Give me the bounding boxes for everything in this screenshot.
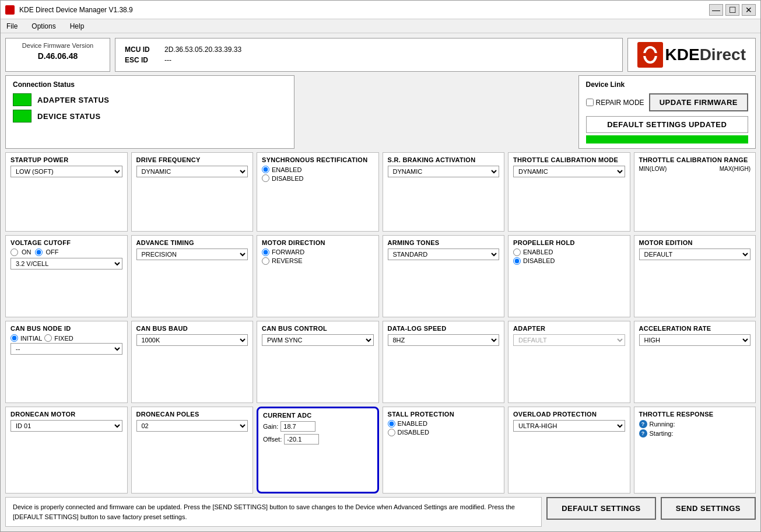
- acceleration-rate-dropdown[interactable]: HIGH MEDIUM LOW: [639, 334, 751, 346]
- data-log-speed-title: DATA-LOG SPEED: [388, 325, 500, 332]
- sync-rect-enabled-radio[interactable]: [262, 166, 269, 173]
- motor-edition-dropdown[interactable]: DEFAULT NAVIGATOR: [639, 249, 751, 260]
- advance-timing-dropdown[interactable]: PRECISION MODERATE AGGRESSIVE: [136, 249, 248, 260]
- data-log-speed-dropdown[interactable]: 8HZ 50HZ 100HZ: [388, 334, 500, 346]
- throttle-cal-mode-dropdown[interactable]: DYNAMIC MANUAL: [513, 166, 625, 177]
- mcu-box: MCU ID 2D.36.53.05.20.33.39.33 ESC ID --…: [115, 38, 623, 72]
- stall-protection-disabled-label: DISABLED: [398, 429, 429, 436]
- adc-offset-input[interactable]: [284, 434, 319, 444]
- repair-mode-checkbox[interactable]: [586, 99, 594, 106]
- menu-bar: File Options Help: [1, 19, 760, 33]
- throttle-response-starting-label: Starting:: [650, 430, 674, 437]
- setting-startup-power: STARTUP POWER LOW (SOFT) MEDIUM HIGH: [5, 152, 128, 232]
- can-bus-control-dropdown[interactable]: PWM SYNC DRONECAN SERIAL: [262, 334, 374, 346]
- propeller-hold-disabled-label: DISABLED: [523, 257, 555, 264]
- mcu-id-value: 2D.36.53.05.20.33.39.33: [164, 46, 241, 54]
- setting-drive-frequency: DRIVE FREQUENCY DYNAMIC 16KHZ 24KHZ 32KH…: [131, 152, 254, 232]
- close-button[interactable]: ✕: [742, 4, 756, 16]
- stall-protection-enabled-label: ENABLED: [398, 420, 427, 427]
- minimize-button[interactable]: —: [709, 4, 723, 16]
- stall-protection-enabled-radio[interactable]: [388, 420, 395, 428]
- adc-gain-label: Gain:: [263, 423, 278, 430]
- device-led: [13, 110, 31, 123]
- firmware-label: Device Firmware Version: [13, 42, 103, 49]
- setting-propeller-hold: PROPELLER HOLD ENABLED DISABLED: [508, 235, 630, 318]
- can-bus-baud-dropdown[interactable]: 1000K 500K 250K: [136, 334, 248, 346]
- adc-gain-input[interactable]: [280, 421, 315, 432]
- motor-direction-forward-row: FORWARD: [262, 249, 374, 256]
- kde-red-square: [637, 42, 663, 68]
- dronecan-poles-dropdown[interactable]: 02 04: [136, 420, 248, 432]
- startup-power-title: STARTUP POWER: [10, 156, 122, 163]
- motor-direction-forward-radio[interactable]: [262, 249, 269, 256]
- menu-file[interactable]: File: [3, 21, 21, 32]
- maximize-button[interactable]: ☐: [725, 4, 739, 16]
- throttle-starting-help-icon[interactable]: ?: [639, 429, 647, 438]
- default-settings-button[interactable]: DEFAULT SETTINGS: [546, 497, 656, 520]
- bottom-section: Device is properly connected and firmwar…: [5, 497, 756, 527]
- cal-range-max: MAX(HIGH): [720, 166, 751, 172]
- dronecan-motor-dropdown[interactable]: ID 01 ID 02: [10, 420, 122, 432]
- kde-brand-text: KDE: [665, 47, 700, 63]
- device-link-title: Device Link: [586, 80, 749, 89]
- esc-id-label: ESC ID: [125, 56, 160, 64]
- motor-direction-forward-label: FORWARD: [272, 249, 304, 256]
- throttle-cal-mode-title: THROTTLE CALIBRATION MODE: [513, 156, 625, 163]
- acceleration-rate-title: ACCELERATION RATE: [639, 325, 751, 332]
- dronecan-poles-title: DRONECAN POLES: [136, 411, 248, 418]
- propeller-hold-disabled-radio[interactable]: [513, 257, 521, 265]
- propeller-hold-enabled-radio[interactable]: [513, 249, 521, 256]
- setting-dronecan-motor: DRONECAN MOTOR ID 01 ID 02: [5, 407, 128, 494]
- startup-power-dropdown[interactable]: LOW (SOFT) MEDIUM HIGH: [10, 166, 122, 177]
- menu-help[interactable]: Help: [66, 21, 88, 32]
- voltage-cutoff-title: VOLTAGE CUTOFF: [10, 239, 122, 246]
- adc-gain-row: Gain:: [263, 421, 373, 432]
- throttle-running-help-icon[interactable]: ?: [639, 420, 647, 428]
- motor-direction-reverse-row: REVERSE: [262, 257, 374, 265]
- current-adc-title: CURRENT ADC: [263, 412, 373, 419]
- voltage-cutoff-on-radio[interactable]: [10, 249, 18, 256]
- drive-frequency-dropdown[interactable]: DYNAMIC 16KHZ 24KHZ 32KHZ: [136, 166, 248, 177]
- setting-throttle-cal-mode: THROTTLE CALIBRATION MODE DYNAMIC MANUAL: [508, 152, 630, 232]
- title-bar-controls: — ☐ ✕: [709, 4, 756, 16]
- sync-rect-disabled-radio[interactable]: [262, 174, 269, 182]
- voltage-cutoff-dropdown[interactable]: 3.2 V/CELL: [10, 258, 122, 270]
- top-section: Device Firmware Version D.46.06.48 MCU I…: [5, 38, 756, 72]
- stall-protection-disabled-radio[interactable]: [388, 429, 395, 436]
- can-bus-node-id-dropdown[interactable]: --: [10, 343, 122, 355]
- voltage-cutoff-off-radio[interactable]: [35, 249, 43, 256]
- setting-stall-protection: STALL PROTECTION ENABLED DISABLED: [383, 407, 505, 494]
- stall-protection-enabled-row: ENABLED: [388, 420, 500, 428]
- device-link-row: REPAIR MODE UPDATE FIRMWARE: [586, 93, 749, 111]
- propeller-hold-title: PROPELLER HOLD: [513, 239, 625, 246]
- send-settings-button[interactable]: SEND SETTINGS: [661, 497, 756, 520]
- stall-protection-title: STALL PROTECTION: [388, 411, 500, 418]
- spacer: [299, 75, 573, 149]
- device-link-box: Device Link REPAIR MODE UPDATE FIRMWARE …: [578, 75, 756, 149]
- setting-motor-direction: MOTOR DIRECTION FORWARD REVERSE: [257, 235, 379, 318]
- adapter-dropdown[interactable]: DEFAULT: [513, 334, 625, 346]
- throttle-response-running-label: Running:: [650, 421, 675, 428]
- title-bar-left: KDE Direct Device Manager V1.38.9: [5, 5, 133, 15]
- overload-protection-dropdown[interactable]: ULTRA-HIGH HIGH MEDIUM LOW: [513, 420, 625, 432]
- kde-logo: KDE Direct: [637, 42, 746, 68]
- can-bus-initial-radio[interactable]: [10, 334, 18, 342]
- arming-tones-dropdown[interactable]: STANDARD MINIMAL OFF: [388, 249, 500, 260]
- adapter-title: ADAPTER: [513, 325, 625, 332]
- can-bus-fixed-radio[interactable]: [44, 334, 52, 342]
- sr-braking-dropdown[interactable]: DYNAMIC LIGHT MEDIUM HEAVY: [388, 166, 500, 177]
- menu-options[interactable]: Options: [28, 21, 59, 32]
- setting-sr-braking: S.R. BRAKING ACTIVATION DYNAMIC LIGHT ME…: [383, 152, 505, 232]
- can-bus-baud-title: CAN BUS BAUD: [136, 325, 248, 332]
- cal-range-min: MIN(LOW): [639, 166, 667, 172]
- overload-protection-title: OVERLOAD PROTECTION: [513, 411, 625, 418]
- main-window: KDE Direct Device Manager V1.38.9 — ☐ ✕ …: [0, 0, 761, 532]
- progress-bar: [586, 135, 749, 144]
- propeller-hold-enabled-row: ENABLED: [513, 249, 625, 256]
- update-firmware-button[interactable]: UPDATE FIRMWARE: [649, 93, 748, 111]
- connection-box: Connection Status ADAPTER STATUS DEVICE …: [5, 75, 294, 149]
- motor-edition-title: MOTOR EDITION: [639, 239, 751, 246]
- motor-direction-reverse-radio[interactable]: [262, 257, 269, 265]
- repair-mode-label[interactable]: REPAIR MODE: [586, 99, 644, 107]
- device-status-row: DEVICE STATUS: [13, 110, 287, 123]
